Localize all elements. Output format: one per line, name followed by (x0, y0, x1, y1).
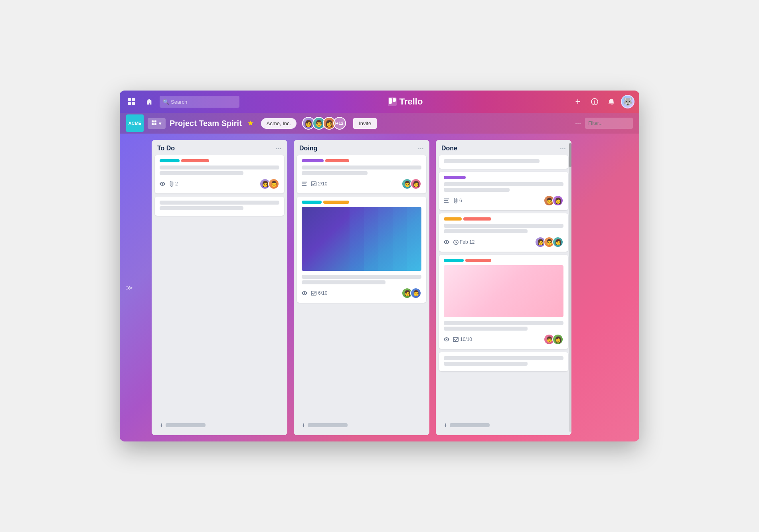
trello-logo: Trello (243, 97, 567, 107)
member-count-badge[interactable]: +12 (333, 117, 346, 130)
paperclip-icon-done (453, 198, 458, 203)
list-done-menu-button[interactable]: ··· (560, 145, 566, 152)
eye-icon-done-4 (444, 337, 449, 342)
card-avatar-13: 👩 (552, 334, 563, 345)
info-button[interactable]: i (587, 95, 602, 109)
svg-text:i: i (594, 100, 595, 104)
card-doing-2[interactable]: 6/10 👩 👨 (297, 197, 426, 303)
card-todo-1[interactable]: 2 👩 👨 (155, 155, 284, 193)
card-done-5-title-1 (444, 356, 563, 360)
home-button[interactable] (142, 95, 156, 109)
board-type-icon (152, 120, 157, 126)
watch-icon-wrap (160, 181, 165, 187)
card-done-4[interactable]: 10/10 👨 👩 (439, 255, 568, 349)
user-avatar[interactable]: 🐺 (621, 95, 634, 108)
list-doing-menu-button[interactable]: ··· (418, 145, 424, 152)
card-done-5[interactable] (439, 352, 568, 371)
top-nav: 🔍 Trello + i (120, 91, 639, 113)
list-todo-menu-button[interactable]: ··· (276, 145, 282, 152)
eye-icon (160, 181, 165, 187)
list-todo-cards: 2 👩 👨 (152, 155, 287, 417)
attachment-done-wrap: 6 (453, 198, 462, 203)
app-window: 🔍 Trello + i (120, 91, 639, 441)
list-done-header: Done ··· (436, 140, 571, 155)
card-done-2-footer: 6 👨 👩 (444, 195, 563, 206)
list-doing-title: Doing (299, 145, 317, 152)
workspace-button[interactable]: Acme, Inc. (261, 118, 296, 129)
board-type-button[interactable]: ▾ (148, 118, 166, 129)
invite-button[interactable]: Invite (353, 118, 377, 129)
card-todo-1-members: 👩 👨 (259, 178, 279, 189)
list-icon (302, 181, 307, 186)
member-avatars: 👩 👨 👩 +12 (302, 117, 346, 130)
card-todo-1-footer: 2 👩 👨 (160, 178, 279, 189)
label-red-done (463, 217, 491, 221)
card-done-3[interactable]: Feb 12 👩 👨 👩 (439, 213, 568, 252)
watch-icon-wrap-2 (302, 290, 307, 296)
board-more-button[interactable]: ··· (575, 119, 581, 128)
card-todo-1-title-line-2 (160, 171, 243, 175)
card-done-1-title (444, 159, 540, 163)
card-done-5-title-2 (444, 362, 528, 366)
add-card-done-button[interactable]: + (439, 418, 568, 432)
label-yellow-done (444, 217, 462, 221)
board-header: ACME ▾ Project Team Spirit ★ Acme, Inc. … (120, 113, 639, 134)
grid-menu-button[interactable] (125, 95, 139, 109)
add-card-text-done (450, 423, 490, 427)
svg-rect-19 (444, 200, 448, 201)
workspace-label: Acme, Inc. (267, 120, 291, 126)
add-card-doing-button[interactable]: + (297, 418, 426, 432)
card-done-4-image (444, 265, 563, 317)
label-cyan-2 (302, 201, 322, 204)
search-icon: 🔍 (163, 99, 169, 105)
card-done-2-title-2 (444, 188, 510, 192)
nav-right: + i 🐺 (571, 95, 634, 109)
check-icon-wrap: 2/10 (311, 181, 327, 187)
card-done-2-title-1 (444, 182, 563, 186)
home-icon (146, 98, 153, 105)
label-red (181, 159, 209, 162)
search-input[interactable] (160, 96, 239, 108)
card-done-4-title-2 (444, 327, 528, 331)
card-avatar-11: 👩 (552, 236, 563, 248)
card-todo-2[interactable] (155, 197, 284, 216)
add-icon-done: + (444, 422, 447, 429)
label-red-done-2 (465, 259, 491, 262)
svg-rect-14 (302, 183, 306, 184)
add-card-todo-button[interactable]: + (155, 418, 284, 432)
card-done-3-meta: Feb 12 (444, 239, 474, 245)
svg-rect-17 (311, 291, 316, 296)
card-doing-2-labels (302, 201, 421, 204)
label-purple-done (444, 176, 466, 179)
list-icon-done (444, 198, 449, 203)
notifications-button[interactable] (604, 95, 619, 109)
card-done-2-members: 👨 👩 (544, 195, 563, 206)
svg-rect-9 (152, 120, 154, 122)
card-done-4-meta: 10/10 (444, 337, 472, 342)
star-button[interactable]: ★ (247, 119, 254, 128)
card-avatar-8: 👩 (552, 195, 563, 206)
list-icon-wrap (302, 181, 307, 186)
card-done-1[interactable] (439, 155, 568, 169)
list-icon-wrap-done (444, 198, 449, 203)
list-doing: Doing ··· (294, 140, 429, 435)
sidebar-toggle-button[interactable]: ≫ (126, 284, 133, 292)
filter-input[interactable] (585, 118, 633, 129)
card-done-2-meta: 6 (444, 198, 462, 203)
clock-icon-wrap: Feb 12 (453, 239, 474, 245)
add-icon-doing: + (302, 422, 305, 429)
card-doing-1[interactable]: 2/10 👨 👩 (297, 155, 426, 193)
svg-rect-6 (393, 98, 396, 102)
watch-icon-wrap-done-4 (444, 337, 449, 342)
card-done-2[interactable]: 6 👨 👩 (439, 172, 568, 210)
card-todo-1-labels (160, 159, 279, 162)
card-done-4-members: 👨 👩 (544, 334, 563, 345)
card-avatar-4: 👩 (410, 178, 421, 189)
add-button[interactable]: + (571, 95, 585, 109)
card-doing-1-meta: 2/10 (302, 181, 327, 187)
check-icon-done-4 (453, 337, 459, 342)
acme-logo: ACME (126, 114, 144, 132)
check-count: 2/10 (318, 181, 327, 187)
svg-rect-0 (128, 98, 131, 101)
card-todo-2-title-line-2 (160, 206, 243, 210)
